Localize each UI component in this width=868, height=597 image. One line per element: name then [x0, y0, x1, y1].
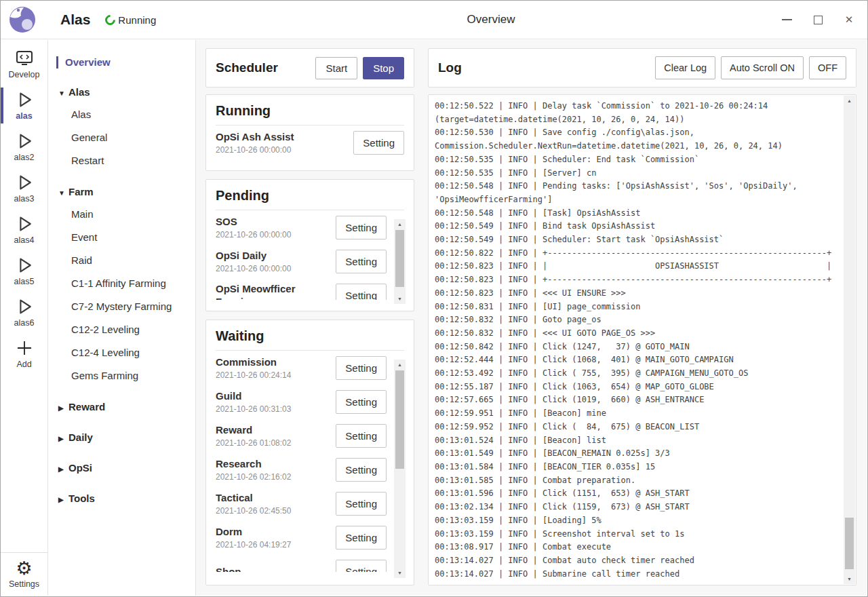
running-card: Running OpSi Ash Assist 2021-10-26 00:00… — [205, 94, 414, 171]
autoscroll-off-button[interactable]: OFF — [809, 56, 846, 79]
play-icon — [14, 214, 35, 234]
sidebar-instance-alas3[interactable]: alas3 — [1, 168, 47, 208]
task-next-run-time: 2021-10-26 00:24:14 — [216, 370, 331, 380]
play-icon — [14, 131, 35, 151]
task-setting-button[interactable]: Setting — [336, 560, 387, 573]
task-setting-button[interactable]: Setting — [336, 284, 387, 301]
rail-item-label: alas4 — [14, 235, 35, 245]
scrollbar-thumb[interactable] — [395, 230, 404, 287]
task-name: Reward — [216, 423, 331, 436]
chevron-icon: ▶ — [58, 488, 68, 511]
nav-item-c7-2-mystery-farming[interactable]: C7-2 Mystery Farming — [48, 295, 195, 318]
task-row: Guild 2021-10-26 00:31:03 Setting — [216, 385, 387, 419]
maximize-button[interactable] — [802, 1, 833, 39]
waiting-scrollbar[interactable]: ▲ ▼ — [394, 360, 406, 578]
task-next-run-time: 2021-10-26 00:00:00 — [216, 264, 331, 273]
task-next-run-time: 2021-10-26 02:45:50 — [216, 506, 331, 516]
scroll-down-icon[interactable]: ▼ — [394, 568, 406, 578]
task-setting-button[interactable]: Setting — [336, 216, 387, 239]
task-setting-button[interactable]: Setting — [336, 390, 387, 414]
log-line: 00:12:50.548 | INFO | [Task] OpsiAshAssi… — [435, 207, 838, 220]
scroll-down-icon[interactable]: ▼ — [844, 574, 855, 584]
log-line: 00:12:50.549 | INFO | Scheduler: Start t… — [435, 233, 838, 247]
log-scrollbar[interactable]: ▲ ▼ — [844, 96, 855, 584]
task-setting-button[interactable]: Setting — [336, 458, 387, 482]
task-name: Shop — [216, 565, 331, 573]
nav-item-raid[interactable]: Raid — [48, 249, 195, 272]
nav-item-alas[interactable]: Alas — [48, 103, 195, 126]
scroll-up-icon[interactable]: ▲ — [394, 219, 406, 229]
sidebar-instance-alas4[interactable]: alas4 — [1, 210, 47, 250]
waiting-heading: Waiting — [216, 328, 404, 351]
clear-log-button[interactable]: Clear Log — [655, 56, 715, 79]
nav-item-opsi[interactable]: ▶OpSi — [48, 457, 195, 479]
nav-item-c1-1-affinity-farming[interactable]: C1-1 Affinity Farming — [48, 272, 195, 295]
status-text: Running — [118, 14, 156, 26]
sidebar-instance-alas[interactable]: alas — [1, 85, 47, 126]
scrollbar-thumb[interactable] — [845, 518, 854, 569]
log-line: 'OpsiMeowfficerFarming'] — [435, 193, 838, 207]
task-setting-button[interactable]: Setting — [336, 424, 387, 448]
task-row: OpSi Ash Assist 2021-10-26 00:00:00 Sett… — [216, 126, 404, 159]
close-button[interactable]: ✕ — [833, 1, 865, 39]
sidebar-instance-alas2[interactable]: alas2 — [1, 127, 47, 167]
nav-item-c12-2-leveling[interactable]: C12-2 Leveling — [48, 318, 195, 341]
task-row: SOS 2021-10-26 00:00:00 Setting — [216, 210, 387, 244]
nav-item-farm[interactable]: ▼Farm — [48, 180, 195, 203]
gear-icon: ⚙ — [16, 560, 32, 578]
log-line: 00:13:01.524 | INFO | [Beacon] list — [435, 434, 838, 448]
nav-item-restart[interactable]: Restart — [48, 149, 195, 172]
log-line: 00:12:50.823 | INFO | | OPSIASHASSIST | — [435, 260, 838, 273]
scrollbar-thumb[interactable] — [395, 370, 404, 469]
log-output[interactable]: 00:12:50.522 | INFO | Delay task `Commis… — [428, 94, 856, 585]
log-line: 00:13:01.596 | INFO | Click (1151, 653) … — [435, 487, 838, 501]
scroll-down-icon[interactable]: ▼ — [394, 294, 406, 304]
pending-heading: Pending — [216, 188, 404, 210]
log-line: 00:12:50.535 | INFO | [Server] cn — [435, 167, 838, 180]
log-line: 00:12:52.444 | INFO | Click (1068, 401) … — [435, 353, 838, 367]
task-next-run-time: 2021-10-26 00:00:00 — [216, 230, 331, 239]
nav-item-reward[interactable]: ▶Reward — [48, 396, 195, 418]
scroll-up-icon[interactable]: ▲ — [394, 360, 406, 370]
task-setting-button[interactable]: Setting — [353, 131, 404, 155]
task-setting-button[interactable]: Setting — [336, 356, 387, 380]
sidebar-item-settings[interactable]: ⚙ Settings — [1, 552, 47, 596]
nav-item-c12-4-leveling[interactable]: C12-4 Leveling — [48, 341, 195, 364]
nav-item-general[interactable]: General — [48, 126, 195, 149]
start-button[interactable]: Start — [315, 57, 357, 79]
play-icon — [14, 90, 35, 110]
sidebar-instance-develop[interactable]: Develop — [1, 44, 47, 84]
task-setting-button[interactable]: Setting — [336, 492, 387, 516]
task-row: OpSi Meowfficer Farming Setting — [216, 278, 387, 300]
nav-item-alas[interactable]: ▼Alas — [48, 81, 195, 103]
nav-item-gems-farming[interactable]: Gems Farming — [48, 364, 195, 387]
task-setting-button[interactable]: Setting — [336, 250, 387, 273]
chevron-icon: ▼ — [58, 182, 68, 204]
sidebar-instance-alas6[interactable]: alas6 — [1, 292, 47, 332]
log-title: Log — [438, 60, 655, 75]
nav-item-event[interactable]: Event — [48, 226, 195, 249]
log-line: 00:13:01.549 | INFO | [BEACON_REMAIN 0.0… — [435, 447, 838, 461]
scroll-up-icon[interactable]: ▲ — [844, 96, 855, 106]
task-row: OpSi Daily 2021-10-26 00:00:00 Setting — [216, 244, 387, 278]
task-setting-button[interactable]: Setting — [336, 526, 387, 550]
sidebar-instance-alas5[interactable]: alas5 — [1, 251, 47, 291]
log-line: 00:12:50.549 | INFO | Bind task OpsiAshA… — [435, 220, 838, 233]
log-line: 00:12:50.822 | INFO | +-----------------… — [435, 247, 838, 261]
nav-item-tools[interactable]: ▶Tools — [48, 487, 195, 509]
task-row: Dorm 2021-10-26 04:19:27 Setting — [216, 520, 387, 554]
sidebar-instance-add[interactable]: Add — [1, 334, 47, 374]
nav-item-overview[interactable]: Overview — [48, 52, 195, 73]
log-line: 00:12:59.951 | INFO | [Beacon] mine — [435, 407, 838, 421]
running-heading: Running — [216, 103, 404, 126]
page-title: Overview — [196, 13, 786, 26]
task-next-run-time: 2021-10-26 01:08:02 — [216, 438, 331, 448]
minimize-button[interactable] — [771, 1, 802, 39]
autoscroll-on-button[interactable]: Auto Scroll ON — [721, 56, 804, 79]
scheduler-status: Running — [105, 14, 156, 26]
pending-scrollbar[interactable]: ▲ ▼ — [394, 219, 406, 304]
scheduler-card: Scheduler Start Stop — [205, 48, 414, 88]
nav-item-main[interactable]: Main — [48, 203, 195, 226]
nav-item-daily[interactable]: ▶Daily — [48, 426, 195, 448]
stop-button[interactable]: Stop — [363, 57, 404, 79]
